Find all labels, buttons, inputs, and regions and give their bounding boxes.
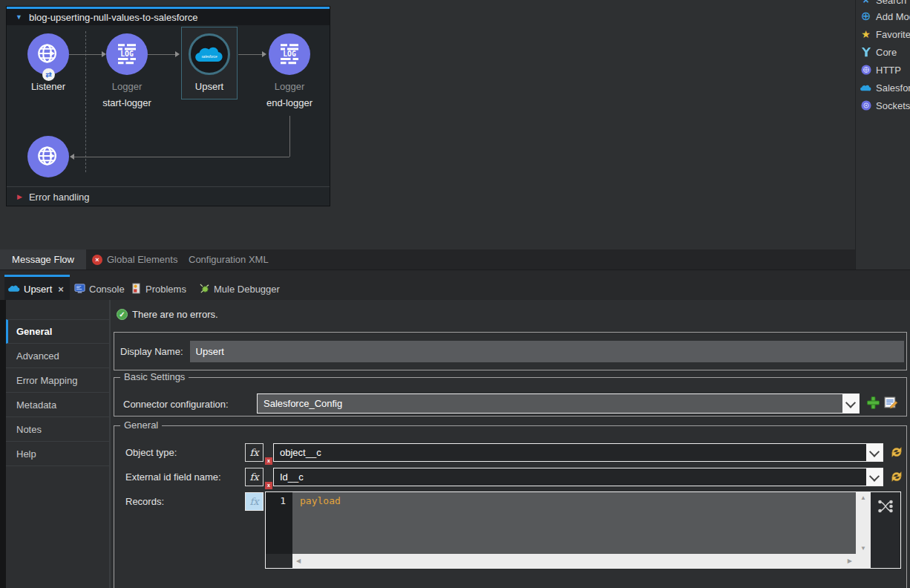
tab-label: Problems (145, 284, 186, 295)
external-id-label: External id field name: (125, 471, 221, 483)
connector-arrow-icon (175, 51, 180, 57)
palette-item-label: Favorites (876, 29, 910, 40)
chevron-down-icon[interactable] (866, 444, 883, 461)
palette-item-label: Sockets (876, 100, 910, 111)
editor-line-number: 1 (266, 492, 292, 554)
palette-item-favorites[interactable]: ★ Favorites (860, 25, 910, 43)
records-fx-button[interactable]: fx (245, 492, 263, 511)
scroll-down-icon[interactable]: ▼ (860, 545, 866, 552)
sidebar-item-help[interactable]: Help (6, 442, 109, 466)
scroll-right-icon[interactable]: ▶ (848, 558, 852, 564)
globe-arrow-icon (36, 41, 61, 68)
flow-title-bar[interactable]: ▼ blog-upserting-null-values-to-salesfor… (7, 9, 330, 25)
scroll-left-icon[interactable]: ◀ (296, 558, 301, 564)
tab-message-flow[interactable]: Message Flow (0, 249, 86, 270)
search-icon: × (860, 0, 871, 6)
svg-text:LOG: LOG (120, 49, 134, 57)
node-logger-start[interactable]: LOG (106, 33, 148, 75)
flow-container: ▼ blog-upserting-null-values-to-salesfor… (6, 6, 330, 206)
general-group: General Object type: fx x object__c Exte… (114, 425, 907, 588)
scroll-up-icon[interactable]: ▲ (860, 494, 866, 501)
salesforce-icon (8, 284, 20, 295)
node-name: end-logger (249, 97, 330, 108)
salesforce-icon: salesforce (195, 43, 223, 66)
chevron-down-icon[interactable] (842, 394, 859, 413)
palette-item-add-modules[interactable]: ⊕ Add Modules (860, 7, 910, 25)
records-expression-editor[interactable]: 1 payload ▲ ▼ ◀ ▶ (265, 491, 901, 569)
close-tab-icon[interactable]: × (58, 284, 64, 295)
object-type-value: object__c (274, 447, 866, 458)
globe-arrow-icon (36, 143, 61, 171)
palette-item-core[interactable]: Core (860, 43, 910, 61)
connector-line (148, 54, 176, 55)
node-name: start-logger (86, 97, 168, 108)
sidebar-item-general[interactable]: General (6, 319, 109, 344)
node-logger-end[interactable]: LOG (269, 33, 310, 75)
flow-canvas: ▼ blog-upserting-null-values-to-salesfor… (0, 0, 855, 249)
star-icon: ★ (860, 29, 871, 40)
sidebar-item-error-mapping[interactable]: Error Mapping (6, 368, 109, 393)
chevron-down-icon[interactable] (866, 468, 883, 486)
general-legend: General (120, 419, 162, 431)
connector-arrow-icon (262, 51, 266, 57)
node-upsert[interactable]: salesforce (189, 33, 230, 75)
sidebar-item-advanced[interactable]: Advanced (6, 344, 109, 368)
tab-problems[interactable]: Problems (131, 278, 186, 301)
no-errors-icon: ✓ (117, 309, 128, 320)
tab-console[interactable]: Console (74, 278, 125, 301)
sidebar-item-notes[interactable]: Notes (6, 417, 109, 442)
return-line-vertical (289, 116, 290, 157)
error-handling-bar[interactable]: ▶ Error handling (7, 186, 330, 206)
log-icon: LOG (114, 40, 140, 69)
mule-core-icon (860, 47, 871, 58)
properties-panel: General Advanced Error Mapping Metadata … (0, 300, 910, 588)
console-icon (74, 283, 85, 296)
display-name-input[interactable] (190, 341, 904, 362)
node-label: Upsert (168, 81, 250, 92)
external-id-refresh-button[interactable] (889, 469, 904, 484)
properties-sidebar: General Advanced Error Mapping Metadata … (6, 300, 109, 588)
connector-configuration-value: Salesforce_Config (258, 398, 842, 409)
expand-error-handling-icon[interactable]: ▶ (17, 194, 22, 200)
node-listener-response[interactable] (27, 136, 69, 177)
edit-config-button[interactable] (884, 396, 898, 412)
palette-item-label: Add Modules (876, 11, 910, 22)
external-id-fx-button[interactable]: fx (245, 468, 263, 486)
tab-upsert[interactable]: Upsert × (4, 275, 70, 301)
svg-text:LOG: LOG (283, 49, 296, 57)
dataweave-icon[interactable] (877, 498, 894, 568)
sockets-icon (860, 100, 871, 111)
palette-item-sockets[interactable]: Sockets (860, 97, 910, 114)
object-type-fx-button[interactable]: fx (245, 443, 263, 462)
add-config-button[interactable] (866, 396, 880, 412)
tab-mule-debugger[interactable]: Mule Debugger (199, 278, 280, 301)
tab-configuration-xml[interactable]: Configuration XML (189, 249, 269, 270)
debugger-icon (199, 283, 210, 296)
flow-title: blog-upserting-null-values-to-salesforce (29, 12, 198, 23)
node-label: Listener (7, 81, 89, 92)
tab-label: Mule Debugger (214, 284, 280, 295)
status-text: There are no errors. (132, 309, 218, 320)
palette-item-salesforce[interactable]: Salesforce (860, 79, 910, 97)
external-id-error-badge: x (265, 482, 272, 489)
palette-item-http[interactable]: HTTP (860, 61, 910, 79)
palette-item-label: HTTP (876, 65, 901, 76)
flow-body: ⇄ Listener LOG Logger start-logger (7, 25, 330, 186)
collapse-flow-icon[interactable]: ▼ (16, 14, 22, 21)
tab-label: Message Flow (12, 254, 74, 265)
external-id-select[interactable]: Id__c (273, 468, 883, 486)
node-label: Logger (86, 81, 168, 92)
left-edge-strip (0, 300, 6, 588)
connector-configuration-select[interactable]: Salesforce_Config (257, 393, 860, 414)
error-handling-label: Error handling (29, 192, 90, 203)
tab-global-elements[interactable]: × Global Elements (92, 249, 177, 270)
editor-code[interactable]: payload (292, 492, 856, 554)
object-type-refresh-button[interactable] (889, 445, 904, 460)
editor-horizontal-scrollbar[interactable]: ◀ ▶ (292, 554, 856, 568)
sidebar-item-metadata[interactable]: Metadata (6, 393, 109, 417)
editor-vertical-scrollbar[interactable]: ▲ ▼ (856, 492, 871, 554)
tab-label: Global Elements (107, 254, 177, 265)
object-type-select[interactable]: object__c (273, 443, 883, 462)
external-id-value: Id__c (274, 471, 866, 483)
swap-icon: ⇄ (45, 71, 51, 79)
